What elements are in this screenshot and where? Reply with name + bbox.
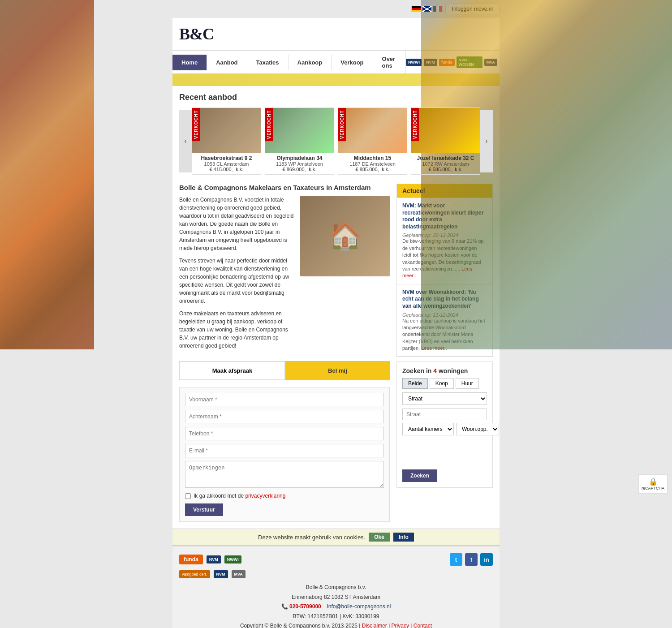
carousel-next-button[interactable]: ›	[480, 110, 493, 172]
property-info-4: Jozef Israelskade 32 C 1072 RW Amsterdam…	[411, 153, 480, 174]
property-image-4	[411, 108, 480, 153]
search-count: 4	[433, 367, 437, 374]
nav-items: Home Aanbod Taxaties Aankoop Verkoop Ove…	[172, 51, 406, 73]
page-wrapper: Inloggen move.nl B&C Home Aanbod Taxatie…	[0, 0, 672, 628]
bg-left-building	[0, 0, 94, 349]
search-tab-beide[interactable]: Beide	[402, 378, 428, 389]
about-para-2: Tevens streven wij naar perfectie door m…	[179, 257, 296, 305]
footer-contact: 📞 020-5709000 info@bolle-compagnons.nl	[179, 602, 493, 612]
search-title: Zoeken in 4 woningen	[402, 367, 487, 374]
footer-email[interactable]: info@bolle-compagnons.nl	[327, 603, 391, 610]
telefoon-row	[185, 427, 384, 440]
straat-select[interactable]: Straat	[402, 392, 487, 405]
privacy-checkbox[interactable]	[185, 493, 191, 499]
opp-select[interactable]: Woon.opp.	[456, 423, 499, 435]
property-address-2: Olympiadelaan 34	[268, 155, 331, 161]
property-card-2[interactable]: VERKOCHT Olympiadelaan 34 1183 WP Amstel…	[265, 108, 334, 175]
voornaam-row	[185, 393, 384, 406]
property-info-1: Hasebroekstraat 9 2 1053 CL Amsterdam € …	[192, 153, 261, 174]
property-image-2	[265, 108, 334, 153]
footer-nwwi-logo: NWWI	[224, 555, 241, 563]
privacy-label: Ik ga akkoord met de privacyverklaring	[194, 493, 285, 499]
property-price-3: € 885.000,- k.k.	[341, 167, 404, 172]
property-price-2: € 869.000,- k.k.	[268, 167, 331, 172]
carousel-prev-button[interactable]: ‹	[179, 110, 192, 172]
call-button[interactable]: Bel mij	[285, 361, 390, 380]
recaptcha-icon: 🔒	[642, 477, 664, 486]
carousel-items: VERKOCHT Hasebroekstraat 9 2 1053 CL Ams…	[192, 108, 480, 175]
nav-verkoop[interactable]: Verkoop	[332, 55, 373, 70]
opmerkingen-input[interactable]	[185, 461, 384, 488]
achternaam-row	[185, 410, 384, 423]
verkocht-label-3: VERKOCHT	[338, 108, 346, 141]
property-info-3: Middachten 15 1187 DE Amstelveen € 885.0…	[338, 153, 407, 174]
appointment-button[interactable]: Maak afspraak	[179, 361, 285, 380]
flag-english[interactable]	[422, 6, 432, 12]
property-carousel: ‹ VERKOCHT Hasebroekstraat 9 2 1053 CL A…	[179, 108, 493, 175]
voornaam-input[interactable]	[185, 393, 384, 406]
verkocht-label-2: VERKOCHT	[265, 108, 273, 141]
footer: funda NVM NWWI t f in vastgoed cert. NVM…	[172, 546, 500, 628]
recaptcha-badge: 🔒 reCAPTCHA	[638, 474, 668, 494]
search-tab-koop[interactable]: Koop	[430, 378, 454, 389]
about-heading: Bolle & Compagnons Makelaars en Taxateur…	[179, 184, 390, 191]
privacy-link[interactable]: privacyverklaring	[245, 493, 285, 499]
footer-mva-logo: MVA	[232, 570, 246, 578]
property-image-3	[338, 108, 407, 153]
privacy-row: Ik ga akkoord met de privacyverklaring	[185, 493, 384, 499]
opmerkingen-row	[185, 461, 384, 489]
action-buttons: Maak afspraak Bel mij	[179, 361, 390, 380]
kamers-select[interactable]: Aantal kamers	[402, 423, 454, 435]
submit-button[interactable]: Verstuur	[185, 503, 223, 516]
about-image	[300, 196, 390, 276]
footer-copyright-row: Copyright © Bolle & Compagnons b.v. 2013…	[179, 621, 493, 628]
property-info-2: Olympiadelaan 34 1183 WP Amstelveen € 86…	[265, 153, 334, 174]
footer-nvm-logo: NVM	[207, 555, 221, 563]
footer-logos-row1: funda NVM NWWI t f in	[179, 553, 493, 566]
property-card-3[interactable]: VERKOCHT Middachten 15 1187 DE Amstelvee…	[338, 108, 407, 175]
property-card-4[interactable]: VERKOCHT Jozef Israelskade 32 C 1072 RW …	[411, 108, 480, 175]
property-price-1: € 415.000,- k.k.	[195, 167, 258, 172]
footer-address: Ennemaborg 82 1082 ST Amsterdam	[179, 593, 493, 602]
telefoon-input[interactable]	[185, 427, 384, 440]
nav-aanbod[interactable]: Aanbod	[207, 55, 247, 70]
property-image-1	[192, 108, 261, 153]
twitter-button[interactable]: t	[450, 553, 462, 566]
cookie-bar: Deze website maakt gebruik van cookies. …	[172, 529, 500, 546]
footer-tax-info: BTW: 1421852B01 | KvK: 33080199	[179, 612, 493, 622]
footer-contact-link[interactable]: Contact	[414, 623, 432, 628]
property-city-4: 1072 RW Amsterdam	[414, 161, 477, 167]
about-text: Bolle en Compagnons B.V. voorziet in tot…	[179, 196, 296, 354]
linkedin-button[interactable]: in	[480, 553, 493, 566]
property-city-1: 1053 CL Amsterdam	[195, 161, 258, 167]
property-price-4: € 585.000,- k.k.	[414, 167, 477, 172]
footer-company: Bolle & Compagnons b.v.	[179, 583, 493, 593]
about-para-1: Bolle en Compagnons B.V. voorziet in tot…	[179, 196, 296, 252]
achternaam-input[interactable]	[185, 410, 384, 423]
footer-privacy-link[interactable]: Privacy	[392, 623, 409, 628]
recaptcha-label: reCAPTCHA	[642, 486, 664, 490]
site-logo[interactable]: B&C	[172, 22, 220, 46]
nav-taxaties[interactable]: Taxaties	[247, 55, 289, 70]
footer-vastgoed-logo: vastgoed cert.	[179, 570, 210, 578]
footer-disclaimer-link[interactable]: Disclaimer	[362, 623, 387, 628]
flag-german[interactable]	[411, 6, 421, 12]
nav-home[interactable]: Home	[172, 55, 207, 70]
bg-right-building	[421, 0, 672, 349]
cookie-ok-button[interactable]: Oké	[369, 533, 390, 542]
nav-aankoop[interactable]: Aankoop	[289, 55, 332, 70]
email-row	[185, 444, 384, 457]
nav-over-ons[interactable]: Over ons	[373, 51, 406, 73]
footer-phone[interactable]: 020-5709000	[289, 603, 321, 610]
property-address-1: Hasebroekstraat 9 2	[195, 155, 258, 161]
search-tab-huur[interactable]: Huur	[456, 378, 479, 389]
search-button[interactable]: Zoeken	[402, 469, 437, 482]
footer-funda-logo: funda	[179, 555, 203, 564]
straat-input[interactable]	[402, 409, 487, 420]
property-address-3: Middachten 15	[341, 155, 404, 161]
facebook-button[interactable]: f	[465, 553, 478, 566]
cookie-info-button[interactable]: Info	[393, 533, 414, 542]
email-input[interactable]	[185, 444, 384, 457]
property-card-1[interactable]: VERKOCHT Hasebroekstraat 9 2 1053 CL Ams…	[192, 108, 261, 175]
straat-field: Straat	[402, 392, 487, 405]
